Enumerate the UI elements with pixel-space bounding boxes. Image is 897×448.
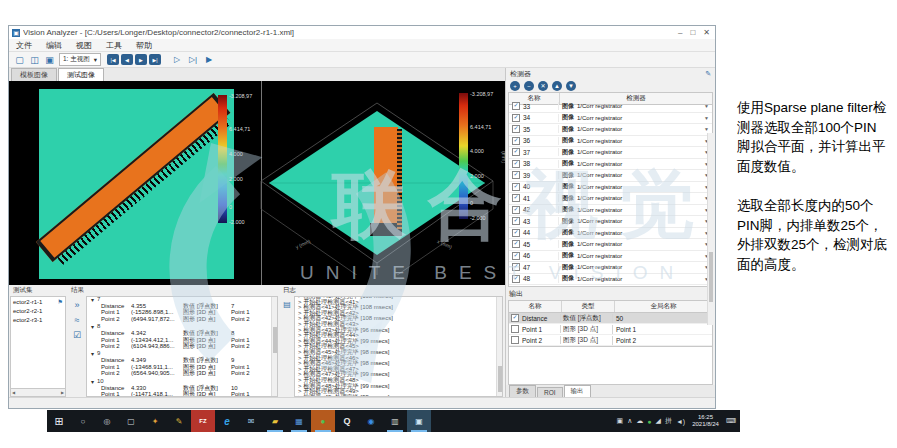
next-frame-button[interactable]: ▶	[135, 54, 147, 65]
output-col-global[interactable]: 全局名称	[615, 301, 712, 312]
edge-icon[interactable]: e	[215, 410, 239, 432]
menu-item[interactable]: 工具	[99, 40, 129, 51]
detector-checkbox[interactable]	[512, 148, 520, 156]
vision-analyzer-taskbar-icon[interactable]: ▣	[407, 410, 431, 432]
testset-item[interactable]: ector2-r1-1 ⚑	[11, 297, 65, 306]
detector-row[interactable]: 49 图像 1/Corr registrator ▼	[509, 285, 712, 286]
registrator-select[interactable]: 图像 1/Corr registrator ▼	[559, 136, 712, 145]
detector-row[interactable]: 38 图像 1/Corr registrator ▼	[509, 159, 712, 171]
registrator-select[interactable]: 图像 1/Corr registrator ▼	[559, 205, 712, 214]
delete-detector-button[interactable]: ✕	[538, 81, 548, 91]
menu-item[interactable]: 视图	[69, 40, 99, 51]
run-step-button[interactable]: ▷|	[186, 55, 200, 64]
registrator-select[interactable]: 图像 1/Corr registrator ▼	[559, 182, 712, 191]
menu-item[interactable]: 文件	[9, 40, 39, 51]
detector-row[interactable]: 33 图像 1/Corr registrator ▼	[509, 101, 712, 113]
registrator-select[interactable]: 图像 1/Corr registrator ▼	[559, 251, 712, 260]
detector-row[interactable]: 40 图像 1/Corr registrator ▼	[509, 182, 712, 194]
move-down-button[interactable]: ▼	[566, 81, 576, 91]
detector-checkbox[interactable]	[512, 275, 520, 283]
detector-checkbox[interactable]	[512, 160, 520, 168]
detector-row[interactable]: 45 图像 1/Corr registrator ▼	[509, 239, 712, 251]
detector-checkbox[interactable]	[512, 252, 520, 260]
output-row[interactable]: Distance 数值 [浮点数] 50	[509, 313, 712, 324]
wechat-icon[interactable]: ●	[311, 410, 335, 432]
volume-icon[interactable]: ◄)	[676, 418, 685, 425]
log-list[interactable]: > 检测器<40>处理完毕 [108 msecs]> 开始处理检测器<41>> …	[294, 296, 503, 397]
collapse-icon[interactable]: ▾	[91, 350, 94, 357]
detector-row[interactable]: 34 图像 1/Corr registrator ▼	[509, 113, 712, 125]
detector-row[interactable]: 47 图像 1/Corr registrator ▼	[509, 262, 712, 274]
detector-checkbox[interactable]	[512, 114, 520, 122]
scroll-right-icon[interactable]: ▶	[61, 390, 64, 395]
add-detector-button[interactable]: +	[510, 81, 520, 91]
collapse-icon[interactable]: ▾	[91, 296, 94, 303]
output-row[interactable]: Point 2 图形 [3D 点] Point 2	[509, 335, 712, 346]
results-list[interactable]: ▾ 7 Distance	[86, 296, 278, 397]
tray-app-icon[interactable]: ▣	[617, 417, 624, 425]
detector-row[interactable]: 48 图像 1/Corr registrator ▼	[509, 274, 712, 286]
output-col-type[interactable]: 类型	[562, 301, 615, 312]
expand-results-icon[interactable]: »	[74, 300, 79, 310]
result-row[interactable]: Point 2 (6104.943,886... 图形 [3D 点] Point…	[87, 343, 277, 349]
new-file-icon[interactable]: ▢	[13, 55, 26, 65]
explorer-icon[interactable]: ▰	[263, 410, 287, 432]
minimize-button[interactable]: –	[678, 28, 682, 37]
first-frame-button[interactable]: |◀	[107, 54, 119, 65]
maximize-button[interactable]: □	[690, 28, 695, 37]
registrator-select[interactable]: 图像 1/Corr registrator ▼	[559, 228, 712, 237]
detector-row[interactable]: 43 图像 1/Corr registrator ▼	[509, 216, 712, 228]
detector-row[interactable]: 35 图像 1/Corr registrator ▼	[509, 124, 712, 136]
remove-detector-button[interactable]: −	[524, 81, 534, 91]
detector-checkbox[interactable]	[512, 171, 520, 179]
tray-expand-icon[interactable]: ∧	[627, 417, 632, 425]
registrator-select[interactable]: 图像 1/Corr registrator ▼	[559, 125, 712, 134]
results-scrollbar[interactable]	[271, 297, 277, 396]
prev-frame-button[interactable]: ◀	[121, 54, 133, 65]
search-icon[interactable]: ○	[71, 410, 95, 432]
testset-item[interactable]: ector2-r3-1 ⚑	[11, 315, 65, 324]
ime-icon[interactable]: 拼	[665, 416, 672, 426]
detector-checkbox[interactable]	[512, 206, 520, 214]
menu-item[interactable]: 编辑	[39, 40, 69, 51]
result-row[interactable]: Point 1 (-11471.418,1... 图形 [3D 点] Point…	[87, 391, 277, 397]
detector-checkbox[interactable]	[512, 194, 520, 202]
move-up-button[interactable]: ▲	[552, 81, 562, 91]
filezilla-icon[interactable]: FZ	[191, 410, 215, 432]
registrator-select[interactable]: 图像 1/Corr registrator ▼	[559, 240, 712, 249]
results-group-header[interactable]: ▾ 10	[87, 377, 277, 385]
registrator-select[interactable]: 图像 1/Corr registrator ▼	[559, 274, 712, 283]
detector-checkbox[interactable]	[512, 217, 520, 225]
image-tab[interactable]: 模板图像	[11, 68, 57, 81]
onedrive-cloud-icon[interactable]: ☁	[636, 417, 643, 425]
notes-app-icon[interactable]: ✎	[167, 410, 191, 432]
registrator-select[interactable]: 图像 1/Corr registrator ▼	[559, 102, 712, 111]
detector-checkbox[interactable]	[512, 240, 520, 248]
detector-row[interactable]: 36 图像 1/Corr registrator ▼	[509, 136, 712, 148]
detector-checkbox[interactable]	[512, 137, 520, 145]
detector-row[interactable]: 42 图像 1/Corr registrator ▼	[509, 205, 712, 217]
print-log-icon[interactable]: ▤	[283, 300, 291, 397]
close-button[interactable]: ✕	[703, 28, 710, 37]
open-file-icon[interactable]: ◫	[28, 55, 41, 65]
view-select[interactable]: 1: 主视图 ▾	[59, 53, 101, 66]
output-checkbox[interactable]	[511, 325, 519, 333]
output-checkbox[interactable]	[511, 336, 519, 344]
wechat-tray-icon[interactable]: ●	[647, 418, 651, 425]
detector-checkbox[interactable]	[512, 229, 520, 237]
reader-app-icon[interactable]: ▥	[383, 410, 407, 432]
detector-checkbox[interactable]	[512, 183, 520, 191]
collapse-icon[interactable]: ▾	[91, 323, 94, 330]
registrator-select[interactable]: 图像 1/Corr registrator ▼	[559, 194, 712, 203]
image-viewport[interactable]: 6.414,714.0002.0000-2.000-3.208,97	[9, 81, 505, 285]
results-group-header[interactable]: ▾ 9	[87, 349, 277, 357]
detector-row[interactable]: 41 图像 1/Corr registrator ▼	[509, 193, 712, 205]
run-button[interactable]: ▷	[170, 55, 184, 64]
detector-checkbox[interactable]	[512, 102, 520, 110]
detector-scrollbar[interactable]	[707, 133, 714, 325]
last-frame-button[interactable]: ▶|	[149, 54, 161, 65]
detector-row[interactable]: 39 图像 1/Corr registrator ▼	[509, 170, 712, 182]
browser-icon[interactable]: ◉	[359, 410, 383, 432]
title-bar[interactable]: ▣ Vision Analyzer - [C:/Users/Longer/Des…	[9, 26, 715, 39]
save-file-icon[interactable]: ▣	[43, 55, 56, 65]
